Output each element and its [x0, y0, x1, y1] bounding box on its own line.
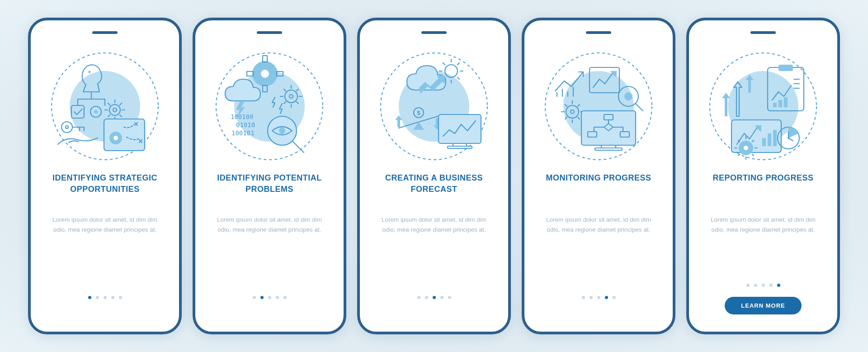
svg-point-2: [89, 71, 90, 72]
pagination-dot[interactable]: [746, 284, 750, 287]
slide-description: Lorem ipsum dolor sit amet, id dim dim o…: [707, 215, 820, 234]
pagination-dot[interactable]: [104, 296, 107, 299]
svg-point-13: [113, 136, 118, 140]
svg-rect-10: [104, 119, 145, 151]
pagination-dot[interactable]: [613, 296, 616, 299]
forecast-icon: $: [375, 48, 493, 165]
phone-frame: REPORTING PROGRESS Lorem ipsum dolor sit…: [686, 18, 840, 334]
svg-rect-66: [768, 133, 771, 146]
phone-speaker: [421, 31, 447, 34]
pagination-dot[interactable]: [260, 296, 264, 299]
svg-point-29: [279, 128, 285, 134]
pagination-dots: [417, 296, 451, 299]
phone-frame: MONITORING PROGRESS Lorem ipsum dolor si…: [522, 18, 675, 334]
svg-rect-38: [448, 146, 472, 148]
svg-text:$: $: [417, 109, 420, 116]
slide-description: Lorem ipsum dolor sit amet, id dim dim o…: [377, 215, 491, 234]
svg-rect-20: [247, 71, 253, 76]
phone-frame: IDENTIFYING STRATEGIC OPPORTUNITIES Lore…: [28, 18, 182, 334]
svg-rect-58: [778, 100, 782, 107]
pagination-dots: [746, 284, 780, 287]
svg-rect-49: [595, 148, 622, 150]
pagination-dot[interactable]: [605, 296, 608, 299]
pagination-dots: [582, 296, 616, 299]
slide-description: Lorem ipsum dolor sit amet, id dim dim o…: [48, 215, 161, 234]
svg-text:100100: 100100: [231, 113, 254, 120]
pagination-dot[interactable]: [448, 296, 451, 299]
pagination-dot[interactable]: [762, 284, 765, 287]
svg-text:01010: 01010: [236, 121, 255, 128]
svg-rect-46: [581, 111, 636, 145]
pagination-dot[interactable]: [590, 296, 593, 299]
problems-icon: 100100 01010 100101: [211, 48, 328, 165]
svg-point-17: [261, 70, 269, 78]
pagination-dot[interactable]: [276, 296, 279, 299]
svg-point-8: [61, 122, 72, 133]
pagination-dot[interactable]: [119, 296, 122, 299]
pagination-dot[interactable]: [417, 296, 420, 299]
slide-title: CREATING A BUSINESS FORECAST: [375, 172, 493, 207]
pagination-dot[interactable]: [253, 296, 256, 299]
pagination-dot[interactable]: [777, 284, 780, 287]
phone-speaker: [750, 31, 776, 34]
svg-rect-18: [263, 56, 267, 62]
pagination-dot[interactable]: [283, 296, 287, 299]
pagination-dot[interactable]: [440, 296, 443, 299]
slide-description: Lorem ipsum dolor sit amet, id dim dim o…: [542, 215, 655, 234]
svg-rect-35: [439, 114, 481, 143]
pagination-dot[interactable]: [582, 296, 585, 299]
slide-description: Lorem ipsum dolor sit amet, id dim dim o…: [213, 215, 326, 234]
svg-point-69: [744, 146, 748, 150]
pagination-dot[interactable]: [597, 296, 600, 299]
svg-rect-65: [762, 138, 766, 146]
pagination-dot[interactable]: [111, 296, 114, 299]
phone-frame: $ CREATING A BUSINESS FORECAST Lorem ips…: [357, 18, 511, 334]
pagination-dot[interactable]: [754, 284, 757, 287]
slide-title: IDENTIFYING STRATEGIC OPPORTUNITIES: [46, 172, 164, 207]
pagination-dot[interactable]: [268, 296, 271, 299]
svg-point-71: [788, 137, 789, 139]
svg-point-5: [94, 110, 98, 114]
slide-title: REPORTING PROGRESS: [712, 172, 813, 207]
svg-rect-67: [773, 130, 777, 146]
monitoring-icon: [540, 48, 657, 165]
svg-point-9: [66, 126, 68, 128]
pagination-dots: [88, 296, 122, 299]
strategy-icon: [46, 48, 164, 165]
slide-title: IDENTIFYING POTENTIAL PROBLEMS: [211, 172, 328, 207]
reporting-icon: [704, 48, 822, 165]
svg-point-43: [624, 92, 632, 100]
svg-rect-56: [778, 65, 793, 71]
svg-text:100101: 100101: [231, 129, 255, 137]
pagination-dot[interactable]: [433, 296, 436, 299]
phone-frame: 100100 01010 100101 IDENTIFYING POTENTIA…: [193, 18, 346, 334]
svg-point-32: [445, 65, 458, 77]
phone-speaker: [257, 31, 282, 34]
pagination-dot[interactable]: [425, 296, 428, 299]
svg-rect-59: [784, 97, 788, 107]
slide-title: MONITORING PROGRESS: [546, 172, 651, 207]
pagination-dot[interactable]: [88, 296, 91, 299]
phone-speaker: [586, 31, 611, 34]
svg-rect-57: [773, 103, 777, 107]
pagination-dot[interactable]: [769, 284, 773, 287]
pagination-dots: [253, 296, 287, 299]
pagination-dot[interactable]: [96, 296, 99, 299]
phone-speaker: [92, 31, 118, 34]
learn-more-button[interactable]: LEARN MORE: [725, 297, 801, 314]
